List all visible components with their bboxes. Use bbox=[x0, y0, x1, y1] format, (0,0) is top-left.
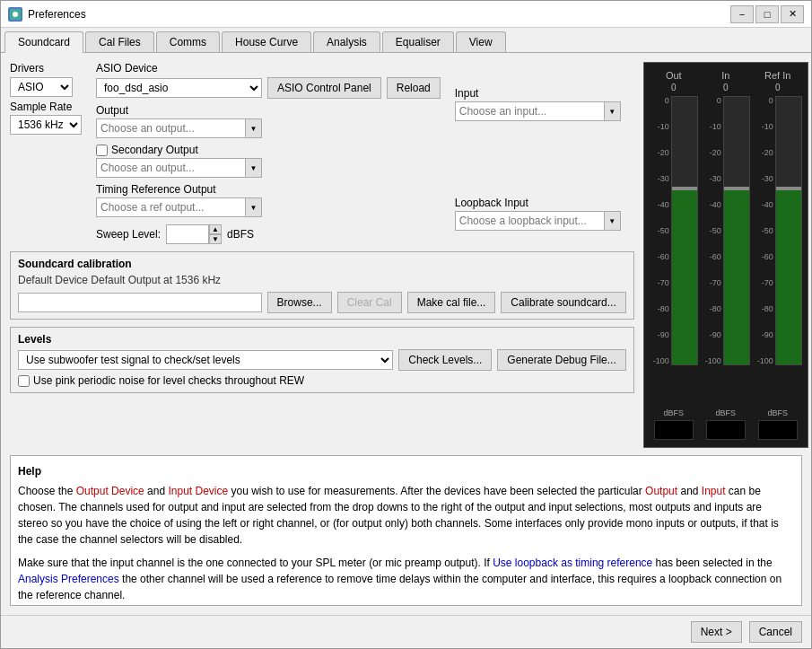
ref-in-dbfs-label: dBFS bbox=[767, 408, 788, 417]
in-bar-fill bbox=[724, 190, 749, 364]
calibrate-soundcard-button[interactable]: Calibrate soundcard... bbox=[501, 292, 625, 313]
tab-analysis[interactable]: Analysis bbox=[313, 31, 380, 52]
timing-reference-label: Timing Reference Output bbox=[96, 183, 441, 196]
in-scale: 0 -10 -20 -30 -40 -50 -60 -70 -80 -90 -1… bbox=[702, 96, 721, 365]
tab-comms[interactable]: Comms bbox=[156, 31, 220, 52]
calibration-info: Default Device Default Output at 1536 kH… bbox=[18, 274, 626, 286]
in-meter-label: In bbox=[721, 70, 729, 81]
loopback-input-label: Loopback Input bbox=[455, 197, 634, 209]
reload-button[interactable]: Reload bbox=[387, 77, 441, 99]
ref-in-bar-thumb bbox=[776, 187, 801, 190]
tab-equaliser[interactable]: Equaliser bbox=[382, 31, 454, 52]
check-levels-button[interactable]: Check Levels... bbox=[398, 349, 492, 371]
input-device-link: Input Device bbox=[168, 485, 228, 497]
sweep-level-up[interactable]: ▲ bbox=[209, 224, 222, 234]
browse-button[interactable]: Browse... bbox=[267, 292, 332, 313]
pink-noise-checkbox[interactable] bbox=[18, 375, 30, 387]
input-label: Input bbox=[455, 87, 634, 100]
drivers-label: Drivers bbox=[10, 62, 82, 75]
sample-rate-select[interactable]: 176.4 kHz 192 kHz 352.8 kHz 384 kHz 705.… bbox=[10, 115, 82, 135]
sample-rate-dropdown: 176.4 kHz 192 kHz 352.8 kHz 384 kHz 705.… bbox=[10, 115, 82, 135]
in-bar-thumb bbox=[724, 187, 749, 190]
loopback-input-arrow[interactable]: ▼ bbox=[604, 212, 620, 230]
secondary-output-input[interactable] bbox=[97, 159, 245, 177]
asio-device-select[interactable]: foo_dsd_asio bbox=[96, 78, 262, 98]
timing-reference-arrow[interactable]: ▼ bbox=[245, 198, 261, 216]
sweep-level-spinner: ▲ ▼ bbox=[209, 224, 222, 244]
output-label: Output bbox=[96, 104, 441, 117]
help-title: Help bbox=[18, 463, 794, 479]
window-title: Preferences bbox=[28, 8, 86, 21]
out-meter-value: 0 bbox=[671, 83, 677, 92]
loopback-input-field[interactable] bbox=[456, 212, 604, 230]
output-select[interactable]: ▼ bbox=[96, 118, 262, 138]
title-bar-left: Preferences bbox=[8, 7, 86, 22]
asio-device-label: ASIO Device bbox=[96, 62, 441, 75]
main-content: Drivers ASIO Sample Rate 176.4 kHz bbox=[1, 53, 811, 615]
input-link: Input bbox=[702, 485, 726, 497]
input-select[interactable]: ▼ bbox=[455, 101, 621, 121]
sweep-level-input[interactable]: -12.0 bbox=[166, 224, 209, 244]
bottom-bar: Next > Cancel bbox=[1, 615, 811, 648]
main-left-panel: Drivers ASIO Sample Rate 176.4 kHz bbox=[10, 62, 634, 393]
out-meter: Out 0 0 -10 -20 -30 -40 -50 -60 -70 -80 bbox=[650, 70, 698, 440]
out-bar-fill bbox=[672, 190, 697, 364]
out-dbfs-label: dBFS bbox=[663, 408, 684, 417]
output-input[interactable] bbox=[97, 119, 245, 137]
preferences-window: Preferences − □ ✕ Soundcard Cal Files Co… bbox=[0, 0, 812, 649]
input-field[interactable] bbox=[456, 102, 604, 120]
title-bar: Preferences − □ ✕ bbox=[1, 1, 811, 28]
drivers-select[interactable]: ASIO bbox=[10, 77, 73, 97]
tab-view[interactable]: View bbox=[456, 31, 506, 52]
timing-reference-select[interactable]: ▼ bbox=[96, 197, 262, 217]
levels-option-select[interactable]: Use subwoofer test signal to check/set l… bbox=[18, 350, 393, 370]
analysis-prefs-link: Analysis Preferences bbox=[18, 573, 119, 585]
ref-in-bar bbox=[775, 96, 802, 365]
drivers-section: Drivers ASIO Sample Rate 176.4 kHz bbox=[10, 62, 82, 135]
secondary-output-checkbox[interactable] bbox=[96, 145, 108, 156]
title-controls: − □ ✕ bbox=[730, 5, 804, 23]
soundcard-calibration-section: Soundcard calibration Default Device Def… bbox=[10, 251, 634, 320]
help-paragraph-1: Choose the Output Device and Input Devic… bbox=[18, 483, 794, 548]
timing-reference-input[interactable] bbox=[97, 198, 245, 216]
in-bar bbox=[723, 96, 750, 365]
close-button[interactable]: ✕ bbox=[781, 5, 804, 23]
ref-in-meter-display bbox=[758, 420, 798, 440]
loopback-input-select[interactable]: ▼ bbox=[455, 211, 621, 231]
out-meter-display bbox=[654, 420, 694, 440]
sample-rate-label: Sample Rate bbox=[10, 101, 82, 113]
out-scale: 0 -10 -20 -30 -40 -50 -60 -70 -80 -90 -1… bbox=[650, 96, 669, 365]
tab-soundcard[interactable]: Soundcard bbox=[4, 31, 83, 53]
minimize-button[interactable]: − bbox=[730, 5, 754, 23]
output-dropdown-arrow[interactable]: ▼ bbox=[245, 119, 261, 137]
asio-device-section: ASIO Device foo_dsd_asio ASIO Control Pa… bbox=[96, 62, 441, 244]
asio-control-panel-button[interactable]: ASIO Control Panel bbox=[267, 77, 381, 99]
maximize-button[interactable]: □ bbox=[755, 5, 779, 23]
levels-section: Levels Use subwoofer test signal to chec… bbox=[10, 327, 634, 393]
cal-file-input[interactable]: None bbox=[18, 293, 262, 312]
secondary-output-arrow[interactable]: ▼ bbox=[245, 159, 261, 177]
make-cal-file-button[interactable]: Make cal file... bbox=[407, 292, 496, 313]
in-meter-value: 0 bbox=[723, 83, 729, 92]
soundcard-calibration-title: Soundcard calibration bbox=[18, 258, 626, 270]
next-button[interactable]: Next > bbox=[691, 621, 742, 643]
input-section: Input ▼ Loopback Input ▼ bbox=[455, 62, 634, 231]
sweep-level-down[interactable]: ▼ bbox=[209, 234, 222, 244]
app-icon bbox=[8, 7, 22, 22]
ref-in-meter: Ref In 0 0 -10 -20 -30 -40 -50 -60 -70 - bbox=[754, 70, 802, 440]
help-section: Help Choose the Output Device and Input … bbox=[10, 455, 802, 606]
generate-debug-button[interactable]: Generate Debug File... bbox=[497, 349, 625, 371]
cancel-button[interactable]: Cancel bbox=[749, 621, 802, 643]
out-meter-label: Out bbox=[666, 70, 682, 81]
tab-house-curve[interactable]: House Curve bbox=[222, 31, 311, 52]
ref-in-meter-label: Ref In bbox=[764, 70, 790, 81]
secondary-output-select[interactable]: ▼ bbox=[96, 158, 262, 178]
sweep-level-label: Sweep Level: bbox=[96, 228, 161, 241]
tab-cal-files[interactable]: Cal Files bbox=[85, 31, 154, 52]
sweep-level-input-group: -12.0 ▲ ▼ bbox=[166, 224, 222, 244]
input-dropdown-arrow[interactable]: ▼ bbox=[604, 102, 620, 120]
meters-panel: Out 0 0 -10 -20 -30 -40 -50 -60 -70 -80 bbox=[643, 62, 808, 448]
clear-cal-button[interactable]: Clear Cal bbox=[337, 292, 402, 313]
out-bar-thumb bbox=[672, 187, 697, 190]
pink-noise-label: Use pink periodic noise for level checks… bbox=[33, 374, 304, 387]
